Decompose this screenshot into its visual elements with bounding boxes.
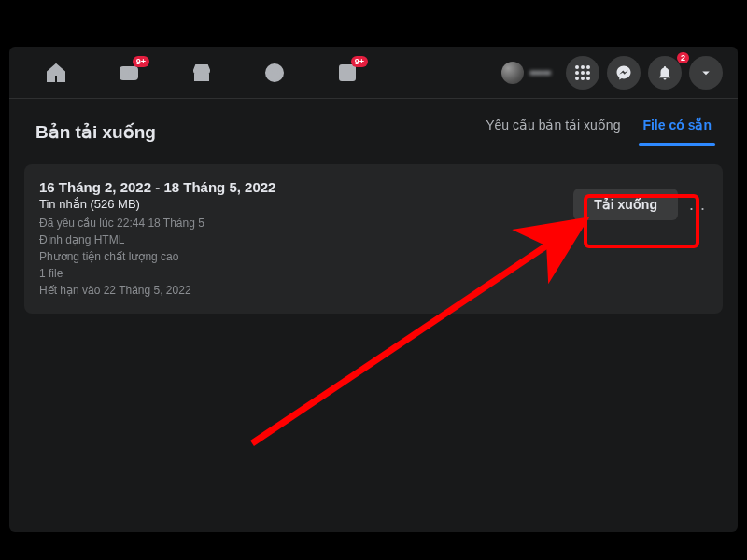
account-button[interactable] xyxy=(689,56,723,90)
menu-button[interactable] xyxy=(566,56,599,90)
gaming-badge: 9+ xyxy=(351,56,368,68)
notifications-button[interactable]: 2 xyxy=(648,56,682,90)
tabs: Yêu cầu bản tải xuống File có sẵn xyxy=(486,118,712,146)
messenger-icon xyxy=(615,64,632,81)
more-button[interactable]: ... xyxy=(687,189,708,220)
content-area: Bản tải xuống Yêu cầu bản tải xuống File… xyxy=(9,99,738,314)
page-title: Bản tải xuống xyxy=(35,121,156,143)
card-files: 1 file xyxy=(39,265,562,282)
card-date-range: 16 Tháng 2, 2022 - 18 Tháng 5, 2022 xyxy=(39,179,562,195)
card-requested: Đã yêu cầu lúc 22:44 18 Tháng 5 xyxy=(39,215,562,231)
tab-available[interactable]: File có sẵn xyxy=(642,118,712,146)
watch-icon[interactable]: 9+ xyxy=(116,60,142,86)
grid-icon xyxy=(575,65,590,80)
gaming-icon[interactable]: 9+ xyxy=(334,60,360,86)
card-actions: Tải xuống ... xyxy=(573,179,708,220)
profile-link[interactable]: ••••• xyxy=(494,58,558,88)
groups-icon[interactable] xyxy=(261,60,288,86)
username: ••••• xyxy=(529,65,551,79)
bell-icon xyxy=(656,64,673,81)
watch-badge: 9+ xyxy=(133,56,149,68)
tab-request[interactable]: Yêu cầu bản tải xuống xyxy=(486,118,620,146)
download-card: 16 Tháng 2, 2022 - 18 Tháng 5, 2022 Tin … xyxy=(24,164,723,314)
svg-point-2 xyxy=(270,69,274,73)
nav-right: ••••• 2 xyxy=(494,56,723,90)
home-icon[interactable] xyxy=(43,60,69,86)
avatar-icon xyxy=(501,62,524,84)
card-subtitle: Tin nhắn (526 MB) xyxy=(39,197,562,211)
card-format: Định dạng HTML xyxy=(39,231,562,248)
notif-badge: 2 xyxy=(677,52,689,64)
header-row: Bản tải xuống Yêu cầu bản tải xuống File… xyxy=(24,99,723,159)
chevron-down-icon xyxy=(698,64,714,81)
download-button[interactable]: Tải xuống xyxy=(573,189,678,220)
svg-point-1 xyxy=(266,64,283,81)
marketplace-icon[interactable] xyxy=(189,60,215,86)
card-expiry: Hết hạn vào 22 Tháng 5, 2022 xyxy=(39,282,562,299)
top-navigation: 9+ 9+ ••••• xyxy=(9,47,738,99)
messenger-button[interactable] xyxy=(607,56,641,90)
card-info: 16 Tháng 2, 2022 - 18 Tháng 5, 2022 Tin … xyxy=(39,179,562,299)
card-quality: Phương tiện chất lượng cao xyxy=(39,248,562,265)
nav-left: 9+ 9+ xyxy=(24,60,494,86)
svg-point-3 xyxy=(275,69,279,73)
